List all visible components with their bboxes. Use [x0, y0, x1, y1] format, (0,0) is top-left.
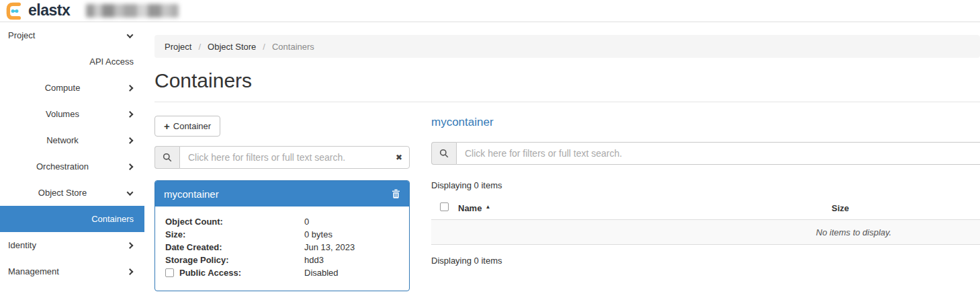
delete-container-button[interactable]: [392, 189, 400, 198]
title-divider: [154, 102, 980, 102]
containers-search-bar: ✖: [154, 146, 410, 169]
breadcrumb-project[interactable]: Project: [165, 42, 191, 52]
search-icon: [154, 146, 179, 169]
objects-panel: mycontainer ✖ Displaying 0 items: [431, 116, 980, 291]
objects-table: Name▲ Size No items to display.: [431, 196, 980, 245]
elastx-logo-icon: [5, 1, 25, 21]
breadcrumb-object-store[interactable]: Object Store: [208, 42, 256, 52]
chevron-right-icon: [127, 111, 134, 118]
containers-panel: + Container ✖: [154, 116, 410, 291]
brand-name: elastx: [28, 1, 70, 20]
breadcrumb-separator: /: [198, 42, 201, 52]
container-card-title: mycontainer: [164, 188, 219, 200]
sidebar-item-project[interactable]: Project: [0, 22, 144, 48]
chevron-down-icon: [127, 189, 134, 196]
selected-container-link[interactable]: mycontainer: [431, 116, 494, 129]
sidebar-item-compute[interactable]: Compute: [0, 75, 144, 101]
main-content: Project / Object Store / Containers Cont…: [144, 22, 980, 300]
public-access-checkbox[interactable]: [165, 268, 174, 277]
detail-row-storage-policy: Storage Policy: hdd3: [165, 254, 399, 266]
container-card-header[interactable]: mycontainer: [155, 181, 409, 207]
breadcrumb-current: Containers: [272, 42, 314, 52]
sidebar-nav: Project API Access Compute Volumes Netwo…: [0, 22, 144, 300]
plus-icon: +: [164, 122, 170, 130]
containers-search-input[interactable]: [179, 146, 410, 169]
trash-icon: [392, 189, 400, 198]
chevron-right-icon: [127, 242, 134, 249]
sidebar-item-orchestration[interactable]: Orchestration: [0, 153, 144, 180]
detail-row-public-access: Public Access: Disabled: [165, 266, 399, 279]
container-card-details: Object Count: 0 Size: 0 bytes Date Creat…: [155, 207, 409, 291]
items-count-bottom: Displaying 0 items: [431, 256, 980, 266]
breadcrumb-separator: /: [263, 42, 265, 52]
detail-row-object-count: Object Count: 0: [165, 215, 399, 228]
chevron-down-icon: [127, 32, 134, 38]
chevron-right-icon: [127, 268, 134, 275]
items-count-top: Displaying 0 items: [431, 180, 980, 190]
top-header: elastx: [0, 0, 980, 22]
breadcrumb: Project / Object Store / Containers: [154, 35, 980, 58]
sidebar-item-containers[interactable]: Containers: [0, 206, 144, 232]
empty-table-row: No items to display.: [431, 220, 980, 245]
redacted-text-blur: [86, 4, 179, 17]
create-container-label: Container: [173, 121, 211, 131]
search-icon: [431, 142, 456, 165]
create-container-button[interactable]: + Container: [154, 116, 220, 137]
objects-table-header-row: Name▲ Size: [431, 196, 980, 220]
detail-row-date-created: Date Created: Jun 13, 2023: [165, 241, 399, 254]
objects-search-bar: ✖: [431, 142, 980, 165]
chevron-right-icon: [127, 137, 134, 144]
empty-message: No items to display.: [431, 220, 980, 245]
select-all-checkbox[interactable]: [440, 202, 449, 211]
sidebar-item-volumes[interactable]: Volumes: [0, 101, 144, 127]
column-header-size[interactable]: Size: [566, 196, 980, 220]
sidebar-item-object-store[interactable]: Object Store: [0, 180, 144, 206]
sidebar-item-management[interactable]: Management: [0, 258, 144, 285]
sidebar-item-network[interactable]: Network: [0, 127, 144, 153]
chevron-right-icon: [127, 85, 134, 91]
clear-search-icon[interactable]: ✖: [396, 153, 402, 162]
sidebar-item-identity[interactable]: Identity: [0, 232, 144, 258]
brand-logo[interactable]: elastx: [5, 1, 70, 21]
chevron-right-icon: [127, 163, 134, 170]
container-card[interactable]: mycontainer: [154, 180, 410, 291]
sort-ascending-icon: ▲: [485, 204, 490, 210]
detail-row-size: Size: 0 bytes: [165, 228, 399, 241]
sidebar-item-api-access[interactable]: API Access: [0, 48, 144, 75]
page-title: Containers: [154, 69, 980, 91]
column-header-name[interactable]: Name▲: [458, 196, 566, 220]
objects-search-input[interactable]: [456, 142, 980, 165]
